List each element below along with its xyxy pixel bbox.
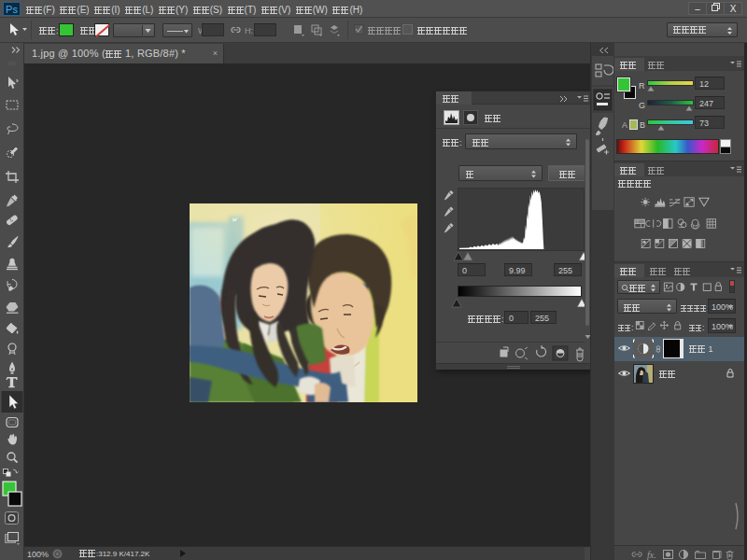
svg-text:fx.: fx. [647,550,656,560]
